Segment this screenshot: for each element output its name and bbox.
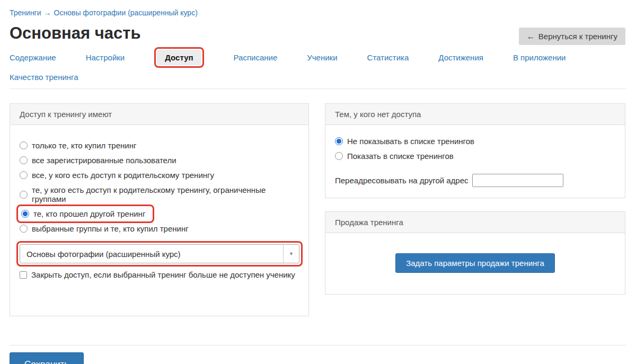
no-access-option-label[interactable]: Не показывать в списке тренингов: [347, 137, 474, 146]
return-button-label: Вернуться к тренингу: [538, 32, 617, 41]
training-select[interactable]: Основы фотографии (расширенный курс) ▼: [20, 244, 299, 263]
breadcrumb-link-course[interactable]: Основы фотографии (расширенный курс): [54, 8, 198, 17]
access-option-row: только те, кто купил тренинг: [20, 141, 299, 150]
save-button[interactable]: Сохранить: [10, 352, 84, 364]
no-access-option-label[interactable]: Показать в списке тренингов: [347, 152, 454, 161]
breadcrumb-separator-icon: →: [44, 8, 51, 17]
tab-training-quality[interactable]: Качество тренинга: [10, 73, 78, 82]
tab-schedule[interactable]: Расписание: [234, 53, 278, 62]
chevron-down-icon[interactable]: ▼: [283, 245, 299, 263]
access-option-label[interactable]: те, кто прошел другой тренинг: [33, 209, 145, 218]
access-panel-body: только те, кто купил тренинг все зарегис…: [10, 125, 308, 316]
tab-students[interactable]: Ученики: [307, 53, 337, 62]
access-option-label[interactable]: все зарегистрированные пользователи: [32, 156, 176, 165]
no-access-option-row: Показать в списке тренингов: [335, 152, 615, 161]
radio-parent-training-access[interactable]: [20, 171, 28, 179]
sales-panel: Продажа тренинга Задать параметры продаж…: [325, 211, 625, 295]
no-access-panel-body: Не показывать в списке тренингов Показат…: [325, 125, 625, 198]
sales-panel-body: Задать параметры продажи тренинга: [325, 233, 625, 294]
content-area: Доступ к тренингу имеют только те, кто к…: [10, 103, 626, 316]
right-column: Тем, у кого нет доступа Не показывать в …: [325, 103, 625, 295]
redirect-label: Переадресовывать на другой адрес: [335, 176, 469, 185]
no-access-option-row: Не показывать в списке тренингов: [335, 137, 615, 146]
radio-hide-in-list[interactable]: [335, 137, 343, 145]
return-to-training-button[interactable]: ← Вернуться к тренингу: [519, 28, 625, 45]
access-panel-title: Доступ к тренингу имеют: [10, 104, 308, 125]
radio-all-registered[interactable]: [20, 156, 28, 164]
page: Тренинги→Основы фотографии (расширенный …: [0, 0, 636, 364]
tab-settings[interactable]: Настройки: [86, 53, 125, 62]
training-select-highlight-box: Основы фотографии (расширенный курс) ▼: [16, 241, 303, 267]
radio-only-buyers[interactable]: [20, 141, 28, 149]
selected-option-highlight-box: те, кто прошел другой тренинг: [16, 205, 154, 223]
redirect-row: Переадресовывать на другой адрес: [335, 174, 615, 187]
access-option-row: выбранные группы и те, кто купил тренинг: [20, 224, 299, 233]
tab-in-app[interactable]: В приложении: [513, 53, 566, 62]
radio-show-in-list[interactable]: [335, 152, 343, 160]
tab-access-highlight-box: Доступ: [154, 47, 204, 68]
close-access-checkbox-row: Закрыть доступ, если выбранный тренинг б…: [20, 270, 299, 279]
sales-panel-title: Продажа тренинга: [325, 212, 625, 233]
radio-selected-groups-and-buyers[interactable]: [20, 225, 28, 233]
footer-divider: [10, 345, 626, 345]
redirect-url-input[interactable]: [472, 174, 563, 187]
tab-achievements[interactable]: Достижения: [438, 53, 483, 62]
training-select-value: Основы фотографии (расширенный курс): [26, 250, 181, 259]
tabs-nav: Содержание Настройки Доступ Расписание У…: [10, 47, 626, 89]
no-access-panel-title: Тем, у кого нет доступа: [325, 104, 625, 125]
left-arrow-icon: ←: [527, 32, 535, 41]
access-panel: Доступ к тренингу имеют только те, кто к…: [10, 103, 309, 316]
access-option-label[interactable]: все, у кого есть доступ к родительскому …: [32, 171, 214, 180]
radio-parent-training-groups[interactable]: [20, 191, 28, 199]
access-option-label[interactable]: только те, кто купил тренинг: [32, 141, 136, 150]
tab-contents[interactable]: Содержание: [10, 53, 56, 62]
access-option-row: все, у кого есть доступ к родительскому …: [20, 171, 299, 180]
tabs-row-2: Качество тренинга: [10, 73, 626, 82]
breadcrumb: Тренинги→Основы фотографии (расширенный …: [0, 0, 636, 17]
breadcrumb-link-trainings[interactable]: Тренинги: [10, 8, 41, 17]
access-option-row: те, у кого есть доступ к родительскому т…: [20, 185, 299, 203]
tabs-row-1: Содержание Настройки Доступ Расписание У…: [10, 47, 626, 68]
access-option-label[interactable]: те, у кого есть доступ к родительскому т…: [32, 185, 299, 203]
close-access-checkbox-label[interactable]: Закрыть доступ, если выбранный тренинг б…: [31, 270, 295, 279]
close-access-checkbox[interactable]: [20, 271, 27, 279]
access-option-row: все зарегистрированные пользователи: [20, 156, 299, 165]
tab-statistics[interactable]: Статистика: [367, 53, 409, 62]
left-column: Доступ к тренингу имеют только те, кто к…: [10, 103, 309, 316]
access-option-row: те, кто прошел другой тренинг: [20, 209, 299, 218]
radio-completed-other-training[interactable]: [21, 210, 29, 218]
tab-access[interactable]: Доступ: [157, 50, 201, 65]
access-option-label[interactable]: выбранные группы и те, кто купил тренинг: [32, 224, 189, 233]
no-access-panel: Тем, у кого нет доступа Не показывать в …: [325, 103, 625, 198]
set-sales-params-button[interactable]: Задать параметры продажи тренинга: [395, 253, 555, 273]
